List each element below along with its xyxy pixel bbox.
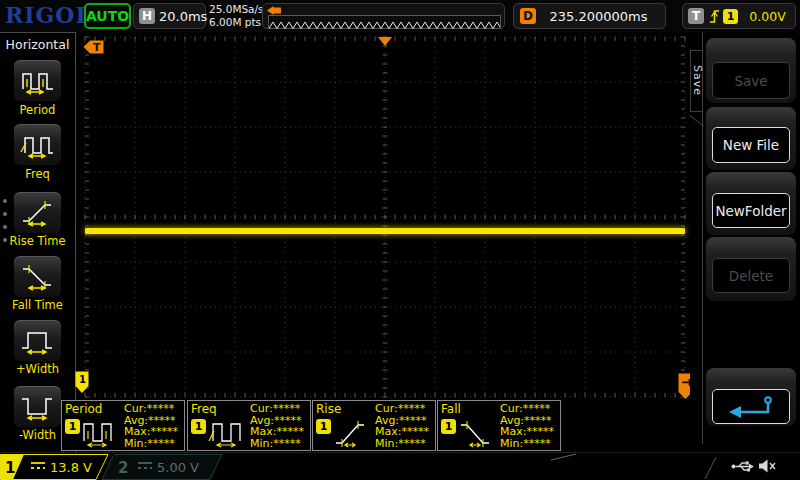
trigger-position-flag: T (83, 40, 105, 55)
trigger-source-badge: 1 (723, 9, 738, 24)
new-folder-button[interactable]: NewFolder (712, 193, 790, 228)
period-icon (81, 416, 123, 448)
measurement-period-readout: Period 1 Cur:***** Avg:***** Max:***** M… (61, 400, 185, 451)
channel1-number: 1 (5, 459, 15, 477)
fall-time-icon (19, 262, 57, 292)
horizontal-timebase-box: H 20.0ms (133, 3, 206, 29)
waveform-preview-bar (262, 3, 505, 29)
measurement-rise-readout: Rise 1 Cur:***** Avg:***** Max:***** Min… (312, 400, 436, 451)
menu-scroll-dot (3, 238, 7, 242)
measure-rise-time-label: Rise Time (0, 234, 75, 248)
rise-icon (332, 416, 374, 448)
save-button[interactable]: Save (712, 62, 790, 99)
measure-pos-width-button[interactable] (13, 319, 62, 362)
acquisition-info: 25.0MSa/s 6.00M pts (209, 3, 264, 29)
usb-icon (731, 460, 755, 473)
measure-menu-title: Horizontal (0, 37, 75, 52)
delay-value: 235.200000ms (540, 9, 657, 24)
period-icon (19, 66, 57, 96)
measure-period-button[interactable] (13, 59, 62, 102)
channel1-indicator[interactable]: 1 13.8 V (1, 455, 109, 480)
trigger-badge: T (688, 8, 704, 24)
sample-rate: 25.0MSa/s (209, 3, 264, 16)
measurement-name: Period (65, 402, 102, 416)
preview-position-marker-icon (267, 6, 281, 15)
delete-button[interactable]: Delete (712, 258, 790, 293)
measurement-freq-readout: Freq 1 Cur:***** Avg:***** Max:***** Min… (187, 400, 311, 451)
channel2-scale: 5.00 V (157, 460, 199, 475)
rise-time-icon (19, 198, 57, 228)
rising-edge-icon (708, 7, 721, 26)
pos-width-icon (19, 326, 57, 356)
measurement-fall-readout: Fall 1 Cur:***** Avg:***** Max:***** Min… (437, 400, 561, 451)
measurement-values: Cur:***** Avg:***** Max:***** Min:***** (500, 403, 554, 449)
measurement-channel-badge: 1 (316, 419, 331, 434)
measurement-channel-badge: 1 (65, 419, 80, 434)
trigger-status-box: T 1 0.00V (682, 3, 796, 29)
menu-tab-label: Save (691, 65, 704, 96)
measurement-channel-badge: 1 (191, 419, 206, 434)
top-status-bar: RIGOL AUTO H 20.0ms 25.0MSa/s 6.00M pts … (0, 0, 800, 32)
measurement-values: Cur:***** Avg:***** Max:***** Min:***** (124, 403, 178, 449)
measurement-channel-badge: 1 (441, 419, 456, 434)
trigger-delay-box: D 235.200000ms (513, 3, 666, 29)
channel1-position-marker: 1 (75, 371, 89, 394)
channel-indicators: 1 13.8 V 2 5.00 V (0, 454, 240, 480)
status-icons-divider (704, 456, 718, 480)
speaker-muted-icon (758, 458, 777, 474)
channel2-number: 2 (118, 459, 128, 477)
memory-depth: 6.00M pts (209, 16, 264, 29)
preview-waveform (268, 15, 501, 29)
channel1-position-marker-label: 1 (79, 374, 86, 385)
menu-scroll-dot (3, 225, 7, 229)
freq-icon (19, 130, 57, 160)
return-arrow-icon (723, 394, 779, 420)
trigger-point-triangle-icon (378, 37, 392, 46)
oscilloscope-screen: RIGOL AUTO H 20.0ms 25.0MSa/s 6.00M pts … (0, 0, 800, 480)
rigol-logo: RIGOL (5, 2, 92, 28)
measure-menu-panel: Horizontal Period Freq Rise Time (0, 32, 76, 452)
channel2-indicator[interactable]: 2 5.00 V (102, 455, 222, 480)
neg-width-icon (19, 392, 57, 422)
measurement-values: Cur:***** Avg:***** Max:***** Min:***** (375, 403, 429, 449)
channel1-trace (85, 228, 685, 234)
measurement-name: Fall (441, 402, 461, 416)
menu-tab: Save (690, 50, 703, 112)
measurement-name: Freq (191, 402, 217, 416)
message-area-divider (550, 453, 578, 461)
measurement-values: Cur:***** Avg:***** Max:***** Min:***** (250, 403, 304, 449)
channel-status-bar: 1 13.8 V 2 5.00 V (0, 452, 800, 480)
freq-icon (207, 416, 249, 448)
measure-rise-time-button[interactable] (13, 191, 62, 234)
timebase-value: 20.0ms (159, 9, 207, 24)
measure-freq-button[interactable] (13, 123, 62, 166)
measure-freq-label: Freq (0, 167, 75, 181)
menu-scroll-dot (3, 212, 7, 216)
horizontal-badge: H (139, 8, 155, 24)
measure-pos-width-label: +Width (0, 362, 75, 376)
trigger-level-value: 0.00V (740, 9, 795, 24)
measure-period-label: Period (0, 103, 75, 117)
menu-scroll-dot (3, 199, 7, 203)
measurement-name: Rise (316, 402, 341, 416)
measure-neg-width-button[interactable] (13, 385, 62, 428)
delay-badge: D (520, 8, 536, 24)
measure-fall-time-button[interactable] (13, 255, 62, 298)
graticule-grid (77, 32, 690, 400)
save-menu-panel: Save Save New File NewFolder Delete (690, 32, 800, 452)
waveform-display-area: T 1 T (77, 32, 690, 400)
run-status-badge: AUTO (84, 3, 131, 29)
fall-icon (457, 416, 499, 448)
return-button[interactable] (712, 389, 790, 424)
new-file-button[interactable]: New File (712, 127, 790, 163)
channel1-scale: 13.8 V (50, 460, 92, 475)
trigger-position-flag-label: T (93, 41, 101, 54)
measure-fall-time-label: Fall Time (0, 298, 75, 312)
